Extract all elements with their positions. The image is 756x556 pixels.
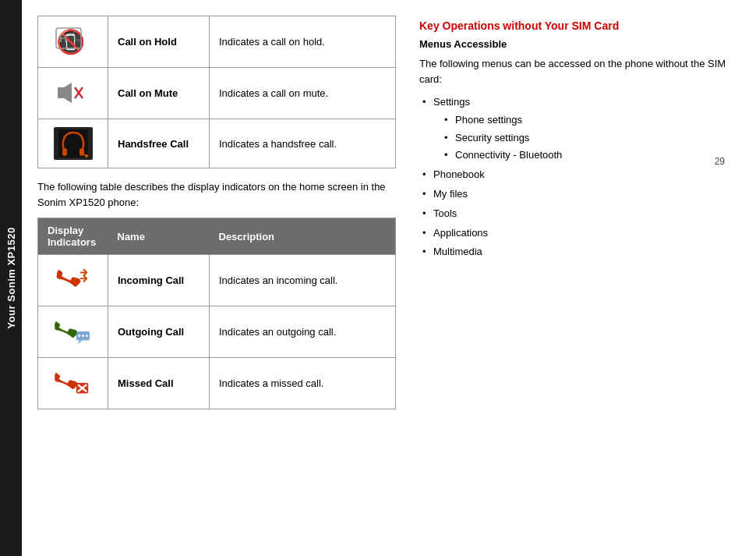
missed-call-name: Missed Call: [108, 358, 210, 409]
lower-table: Display Indicators Name Description: [37, 218, 396, 409]
header-display: Display Indicators: [38, 218, 108, 255]
svg-point-16: [85, 335, 87, 337]
missed-call-desc: Indicates a missed call.: [210, 358, 396, 409]
list-item-applications: Applications: [419, 225, 740, 242]
call-mute-icon-cell: [38, 68, 108, 119]
call-hold-icon-cell: 📵 H: [38, 16, 108, 68]
missed-call-icon-cell: [38, 358, 108, 409]
outgoing-call-icon-cell: [38, 306, 108, 358]
table-row: Call on Mute Indicates a call on mute.: [38, 68, 396, 119]
list-item-security-settings: Security settings: [433, 130, 740, 147]
call-mute-icon: [54, 76, 93, 111]
table-row: Missed Call Indicates a missed call.: [38, 358, 396, 409]
call-hold-name: Call on Hold: [108, 16, 210, 68]
incoming-call-icon-cell: [38, 255, 108, 306]
table-row: 📵 H Call on: [38, 16, 396, 68]
upper-table: 📵 H Call on: [37, 16, 396, 168]
svg-point-11: [85, 154, 88, 158]
left-column: 📵 H Call on: [37, 16, 396, 540]
table-row: Outgoing Call Indicates an outgoing call…: [38, 306, 396, 358]
section-title: Key Operations without Your SIM Card: [419, 19, 740, 32]
svg-point-14: [78, 335, 80, 337]
main-content: 📵 H Call on: [22, 0, 756, 556]
handsfree-icon: [54, 127, 93, 160]
settings-label: Settings: [433, 96, 470, 108]
svg-rect-3: [58, 87, 64, 98]
list-item-phonebook: Phonebook: [419, 167, 740, 183]
outgoing-call-desc: Indicates an outgoing call.: [210, 306, 396, 358]
call-hold-icon: 📵 H: [54, 24, 93, 59]
handsfree-name: Handsfree Call: [108, 119, 210, 168]
list-item-phone-settings: Phone settings: [433, 112, 740, 129]
list-item-connectivity: Connectivity - Bluetooth: [433, 147, 740, 164]
handsfree-desc: Indicates a handsfree call.: [210, 119, 396, 168]
incoming-call-desc: Indicates an incoming call.: [210, 255, 396, 306]
page-number: 29: [715, 156, 725, 167]
svg-text:H: H: [59, 32, 67, 44]
missed-call-icon: [54, 366, 93, 401]
section-intro: The following menus can be accessed on t…: [419, 56, 740, 87]
header-name: Name: [108, 218, 210, 255]
table-header-row: Display Indicators Name Description: [38, 218, 396, 255]
svg-rect-8: [62, 148, 67, 156]
section-subtitle: Menus Accessible: [419, 38, 740, 50]
incoming-call-name: Incoming Call: [108, 255, 210, 306]
header-desc: Description: [210, 218, 396, 255]
incoming-call-icon: [54, 263, 93, 298]
menu-list: Settings Phone settings Security setting…: [419, 94, 740, 260]
list-item-my-files: My files: [419, 186, 740, 203]
sub-list-settings: Phone settings Security settings Connect…: [433, 112, 740, 164]
svg-marker-13: [77, 340, 82, 344]
table-row: Handsfree Call Indicates a handsfree cal…: [38, 119, 396, 168]
svg-marker-4: [64, 83, 72, 103]
list-item-tools: Tools: [419, 206, 740, 222]
handsfree-icon-cell: [38, 119, 108, 168]
sidebar-label: Your Sonim XP1520: [5, 227, 17, 328]
list-item-settings: Settings Phone settings Security setting…: [419, 94, 740, 164]
svg-point-15: [82, 335, 84, 337]
list-item-multimedia: Multimedia: [419, 244, 740, 260]
call-mute-name: Call on Mute: [108, 68, 210, 119]
right-column: Key Operations without Your SIM Card Men…: [419, 16, 740, 540]
sidebar: Your Sonim XP1520: [0, 0, 22, 556]
table-row: Incoming Call Indicates an incoming call…: [38, 255, 396, 306]
call-mute-desc: Indicates a call on mute.: [210, 68, 396, 119]
call-hold-desc: Indicates a call on hold.: [210, 16, 396, 68]
outgoing-call-icon: [54, 314, 93, 349]
outgoing-call-name: Outgoing Call: [108, 306, 210, 358]
intro-text: The following table describes the displa…: [37, 179, 396, 210]
